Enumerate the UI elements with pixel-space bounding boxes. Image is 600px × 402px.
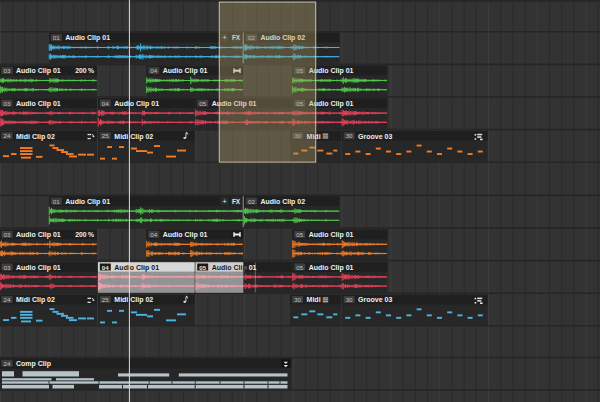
svg-text:04: 04 <box>102 264 109 271</box>
svg-text:Audio Clip 01: Audio Clip 01 <box>16 264 61 272</box>
svg-text:30: 30 <box>346 132 353 139</box>
svg-text:Midi Clip 02: Midi Clip 02 <box>114 133 153 141</box>
svg-text:04: 04 <box>150 231 157 238</box>
svg-text:Audio Clip 01: Audio Clip 01 <box>309 231 354 239</box>
svg-text:02: 02 <box>248 198 255 205</box>
svg-text:25: 25 <box>102 296 109 303</box>
svg-text:Audio Clip 01: Audio Clip 01 <box>309 264 354 272</box>
svg-text:Audio Clip 01: Audio Clip 01 <box>114 100 159 108</box>
svg-text:04: 04 <box>150 67 157 74</box>
svg-text:24: 24 <box>4 360 11 367</box>
svg-text:04: 04 <box>102 100 109 107</box>
svg-text:Midi Clip 02: Midi Clip 02 <box>16 133 55 141</box>
svg-text:Audio Clip 01: Audio Clip 01 <box>114 264 159 272</box>
svg-text:Audio Clip 01: Audio Clip 01 <box>163 67 208 75</box>
svg-text:Groove 03: Groove 03 <box>358 296 392 303</box>
svg-text:200 %: 200 % <box>75 231 94 238</box>
svg-text:30: 30 <box>346 296 353 303</box>
svg-text:03: 03 <box>4 67 11 74</box>
svg-text:Comp Clip: Comp Clip <box>16 360 51 368</box>
svg-text:24: 24 <box>4 296 11 303</box>
svg-text:05: 05 <box>199 264 206 271</box>
svg-text:Audio Clip 01: Audio Clip 01 <box>163 231 208 239</box>
svg-text:Audio Clip 01: Audio Clip 01 <box>16 231 61 239</box>
svg-text:05: 05 <box>296 231 303 238</box>
svg-text:05: 05 <box>296 264 303 271</box>
svg-text:Audio Clip 01: Audio Clip 01 <box>65 34 110 42</box>
svg-text:Midi Clip 02: Midi Clip 02 <box>16 296 55 304</box>
svg-text:03: 03 <box>4 100 11 107</box>
svg-text:+: + <box>222 197 227 206</box>
svg-text:01: 01 <box>53 34 60 41</box>
svg-text:05: 05 <box>199 100 206 107</box>
svg-text:200 %: 200 % <box>75 67 94 74</box>
svg-text:Audio Clip 02: Audio Clip 02 <box>260 198 305 206</box>
svg-text:Midi Clip 02: Midi Clip 02 <box>114 296 153 304</box>
svg-text:Audio Clip: Audio Clip <box>212 264 247 272</box>
svg-text:24: 24 <box>4 132 11 139</box>
svg-text:FX: FX <box>232 198 241 205</box>
svg-text:25: 25 <box>102 132 109 139</box>
svg-text:Groove 03: Groove 03 <box>358 133 392 140</box>
svg-text:Audio Clip 01: Audio Clip 01 <box>16 67 61 75</box>
svg-text:Audio Clip 01: Audio Clip 01 <box>65 198 110 206</box>
svg-text:01: 01 <box>53 198 60 205</box>
svg-text:30: 30 <box>294 296 301 303</box>
svg-text:03: 03 <box>4 231 11 238</box>
svg-text:03: 03 <box>4 264 11 271</box>
svg-text:Midi: Midi <box>307 296 321 303</box>
svg-text:Audio Clip 01: Audio Clip 01 <box>16 100 61 108</box>
